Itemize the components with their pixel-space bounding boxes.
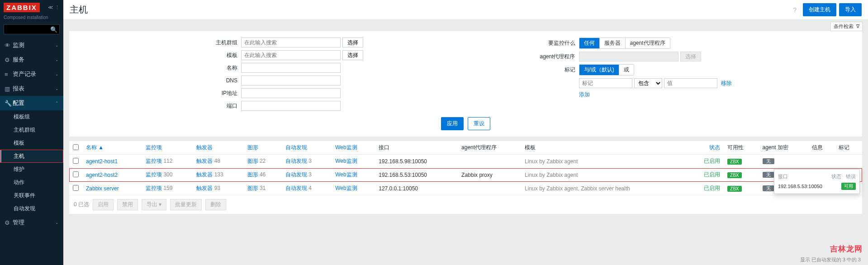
template-cell: Linux by Zabbix agent [525, 158, 578, 165]
tag-op-select[interactable]: 包含 [634, 78, 662, 88]
chevron-down-icon: ⌄ [55, 86, 59, 91]
sidebar: ZABBIX ≪ ⋮ Composed installation 🔍 👁监测⌄ … [0, 0, 63, 265]
bulk-disable-button[interactable]: 禁用 [117, 199, 138, 210]
items-link[interactable]: 监控项 [146, 185, 162, 191]
host-link[interactable]: agent2-host1 [86, 158, 118, 165]
sub-discovery[interactable]: 自动发现 [0, 202, 63, 215]
topbar: 主机 ? 创建主机 导入 [63, 0, 868, 20]
tags-segment[interactable]: 与/或（默认)或 [579, 64, 634, 76]
discovery-link[interactable]: 自动发现 [285, 185, 307, 191]
availability-popup: 接口状态错误 192.168.5.53:10050可用 [774, 169, 860, 194]
encryption-badge: 无 [763, 172, 774, 178]
filter-toggle[interactable]: 条件检索 ∇ [830, 22, 863, 31]
status-link[interactable]: 已启用 [704, 158, 720, 164]
triggers-link[interactable]: 触发器 [196, 185, 213, 191]
row-checkbox[interactable] [73, 185, 79, 191]
nav-services[interactable]: ⚙服务⌄ [0, 52, 63, 67]
select-all-checkbox[interactable] [73, 144, 79, 150]
bulk-update-button[interactable]: 批量更新 [170, 199, 202, 210]
nav-admin[interactable]: ⚙管理⌄ [0, 215, 63, 230]
nav-reports[interactable]: ▥报表⌄ [0, 81, 63, 96]
eye-icon: 👁 [5, 42, 13, 49]
col-template: 模板 [521, 141, 689, 155]
interface-cell: 127.0.0.1:10050 [375, 182, 458, 195]
sub-host-groups[interactable]: 主机群组 [0, 123, 63, 137]
sub-correlation[interactable]: 关联事件 [0, 189, 63, 202]
proxy-cell [458, 155, 521, 168]
status-link[interactable]: 已启用 [704, 185, 720, 191]
sub-maintenance[interactable]: 维护 [0, 163, 63, 176]
nav-inventory[interactable]: ≡资产记录⌄ [0, 67, 63, 81]
table-header-row: 名称 ▲ 监控项 触发器 图形 自动发现 Web监测 接口 agent代理程序 … [69, 141, 862, 155]
sub-templates[interactable]: 模板 [0, 137, 63, 150]
col-avail: 可用性 [724, 141, 759, 155]
row-checkbox[interactable] [73, 171, 79, 177]
filter-panel: 主机群组选择 模板选择 名称 DNS IP地址 端口 要监控什么 任何服务器ag… [69, 31, 863, 137]
status-link[interactable]: 已启用 [704, 171, 720, 178]
search-icon[interactable]: 🔍 [50, 26, 57, 33]
chevron-down-icon: ⌄ [55, 72, 59, 76]
tag-remove-link[interactable]: 移除 [721, 80, 732, 87]
discovery-link[interactable]: 自动发现 [285, 158, 307, 164]
tag-value-input[interactable] [664, 78, 717, 88]
zbx-badge[interactable]: ZBX [727, 172, 741, 178]
main-area: 主机 ? 创建主机 导入 条件检索 ∇ 主机群组选择 模板选择 名称 DNS I… [63, 0, 868, 265]
items-link[interactable]: 监控项 [146, 171, 162, 178]
name-input[interactable] [241, 63, 341, 73]
sub-template-groups[interactable]: 模板组 [0, 110, 63, 123]
sub-actions[interactable]: 动作 [0, 176, 63, 189]
col-triggers[interactable]: 触发器 [193, 141, 243, 155]
col-encrypt: agent 加密 [759, 141, 808, 155]
triggers-link[interactable]: 触发器 [196, 158, 213, 164]
dns-input[interactable] [241, 76, 341, 85]
sub-hosts[interactable]: 主机 [0, 150, 63, 163]
ip-input[interactable] [241, 88, 341, 98]
graphs-link[interactable]: 图形 [247, 185, 258, 191]
monitor-segment[interactable]: 任何服务器agent代理程序 [579, 38, 670, 49]
graphs-link[interactable]: 图形 [247, 171, 258, 178]
col-graphs[interactable]: 图形 [244, 141, 282, 155]
col-info: 信息 [808, 141, 835, 155]
bulk-enable-button[interactable]: 启用 [93, 199, 114, 210]
col-name[interactable]: 名称 ▲ [82, 141, 142, 155]
interface-cell: 192.168.5.98:10050 [375, 155, 458, 168]
collapse-icon[interactable]: ≪ ⋮ [48, 5, 60, 10]
zbx-badge[interactable]: ZBX [727, 159, 741, 165]
triggers-link[interactable]: 触发器 [196, 171, 213, 178]
template-input[interactable] [241, 50, 341, 60]
chevron-down-icon: ⌄ [55, 220, 59, 225]
bulk-export-button[interactable]: 导出 ▾ [142, 199, 166, 210]
host-link[interactable]: agent2-host2 [86, 172, 118, 178]
web-link[interactable]: Web监测 [335, 171, 357, 178]
wrench-icon: 🔧 [5, 100, 13, 107]
hostgroup-input[interactable] [241, 38, 341, 47]
bulk-delete-button[interactable]: 删除 [205, 199, 226, 210]
reset-button[interactable]: 重设 [468, 117, 490, 130]
nav-configuration[interactable]: 🔧配置⌃ [0, 96, 63, 110]
hostgroup-select-button[interactable]: 选择 [342, 38, 363, 47]
popup-interface: 192.168.5.53:10050 [778, 184, 841, 189]
row-checkbox[interactable] [73, 158, 79, 164]
template-select-button[interactable]: 选择 [342, 50, 363, 60]
col-items[interactable]: 监控项 [142, 141, 193, 155]
nav-monitoring[interactable]: 👁监测⌄ [0, 38, 63, 52]
import-button[interactable]: 导入 [839, 3, 862, 16]
zbx-badge[interactable]: ZBX [727, 186, 741, 192]
web-link[interactable]: Web监测 [335, 158, 357, 164]
web-link[interactable]: Web监测 [335, 185, 357, 191]
items-link[interactable]: 监控项 [146, 158, 162, 164]
discovery-link[interactable]: 自动发现 [285, 171, 307, 178]
proxy-cell: Zabbix proxy [458, 168, 521, 182]
list-icon: ≡ [5, 71, 13, 78]
col-status[interactable]: 状态 [689, 141, 724, 155]
help-icon[interactable]: ? [793, 6, 797, 14]
graphs-link[interactable]: 图形 [247, 158, 258, 164]
create-host-button[interactable]: 创建主机 [803, 3, 836, 16]
port-input[interactable] [241, 101, 341, 111]
tag-add-link[interactable]: 添加 [579, 91, 590, 99]
col-discovery[interactable]: 自动发现 [282, 141, 332, 155]
host-link[interactable]: Zabbix server [86, 185, 119, 192]
tag-name-input[interactable] [579, 78, 632, 88]
apply-button[interactable]: 应用 [441, 117, 464, 130]
col-web[interactable]: Web监测 [332, 141, 375, 155]
